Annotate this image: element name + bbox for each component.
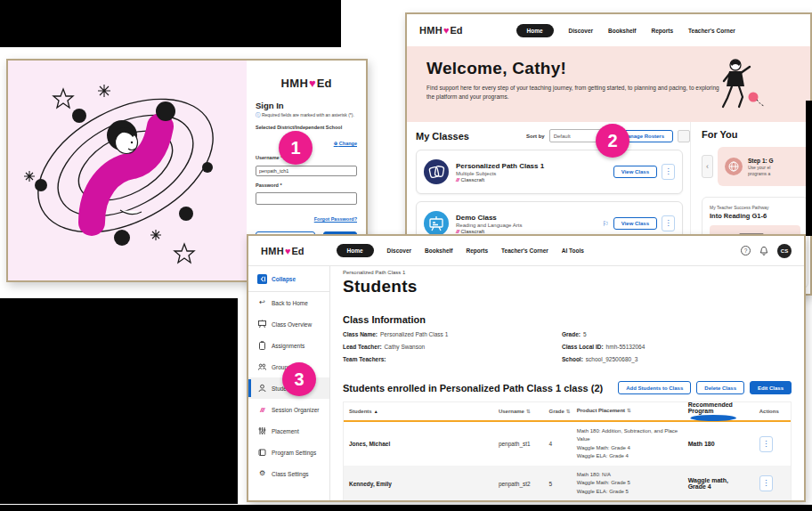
class-card-personalized-path[interactable]: Personalized Path Class 1 Multiple Subje… xyxy=(416,150,683,194)
student-name: Jones, Michael xyxy=(349,441,499,447)
for-you-card-text: Use your el xyxy=(748,165,774,170)
sidebar-item-placement[interactable]: Placement xyxy=(248,420,329,442)
col-recommended-program: Recommended Programi xyxy=(688,402,759,421)
row-actions-button[interactable]: ⋮ xyxy=(759,475,773,491)
nav-home[interactable]: Home xyxy=(516,24,554,37)
for-you-card[interactable]: Step 1: G Use your el programs a xyxy=(718,147,812,186)
class-name: Personalized Path Class 1 xyxy=(456,162,613,170)
class-information-grid: Class Name:Personalized Path Class 1 Gra… xyxy=(343,331,792,369)
nav-discover[interactable]: Discover xyxy=(569,28,593,34)
students-main: Personalized Path Class 1 Students Class… xyxy=(330,266,804,500)
bell-icon[interactable] xyxy=(759,246,769,256)
gear-icon: ⚙ xyxy=(257,470,267,477)
nav-teachers-corner[interactable]: Teacher's Corner xyxy=(501,247,548,254)
nav-reports[interactable]: Reports xyxy=(467,247,489,254)
school-field: School:school_92500680_3 xyxy=(562,356,792,369)
hmh-heart-icon: ♥ xyxy=(443,25,450,36)
forgot-password-link[interactable]: Forgot Password? xyxy=(314,216,357,222)
placement-sliders-icon xyxy=(257,426,267,435)
class-name-field: Class Name:Personalized Path Class 1 xyxy=(343,331,562,344)
nav-bookshelf[interactable]: Bookshelf xyxy=(425,247,452,254)
collapse-icon xyxy=(257,274,267,284)
col-students[interactable]: Students▲ xyxy=(349,409,499,414)
hmh-heart-icon: ♥ xyxy=(285,245,291,256)
welcome-subtitle: Find support here for every step of your… xyxy=(426,84,720,102)
nav-discover[interactable]: Discover xyxy=(387,247,411,254)
class-tag: Classcraft xyxy=(461,229,485,234)
class-name: Demo Class xyxy=(456,214,603,222)
info-icon[interactable]: i xyxy=(690,415,736,421)
page-title: Students xyxy=(343,277,792,296)
carousel-prev-button[interactable]: ‹ xyxy=(702,155,713,178)
for-you-title: For You xyxy=(702,129,812,140)
nav-teachers-corner[interactable]: Teacher's Corner xyxy=(688,28,735,34)
hmh-ed-logo: HMH♥Ed xyxy=(261,246,304,256)
flag-icon[interactable]: ⚐ xyxy=(603,220,609,228)
hmh-ed-logo: HMH♥Ed xyxy=(256,77,357,90)
hmh-heart-icon: ♥ xyxy=(309,77,316,90)
delete-class-button[interactable]: Delete Class xyxy=(696,381,744,394)
nav-home[interactable]: Home xyxy=(337,244,374,257)
table-header: Students▲ Username⇅ Grade⇅ Product Place… xyxy=(344,402,791,422)
sidebar-item-assignments[interactable]: Assignments xyxy=(248,335,329,356)
change-link-label: Change xyxy=(339,141,357,146)
sort-icon: ⇅ xyxy=(526,409,531,414)
row-actions-button[interactable]: ⋮ xyxy=(759,436,773,452)
sort-icon: ⇅ xyxy=(627,408,631,413)
recommended-program: Math 180 xyxy=(688,441,759,447)
grade-field: Grade:5 xyxy=(562,331,792,344)
groups-icon xyxy=(257,362,267,371)
sidebar-item-program-settings[interactable]: Program Settings xyxy=(248,442,329,463)
district-label: Selected District/Independent School xyxy=(256,125,357,130)
student-grade: 5 xyxy=(549,481,577,487)
view-class-button[interactable]: View Class xyxy=(613,217,657,230)
recommended-program: Waggle math, Grade 4 xyxy=(688,477,759,490)
kebab-menu-button[interactable]: ⋮ xyxy=(662,215,675,231)
sidebar-item-class-overview[interactable]: Class Overview xyxy=(248,313,329,335)
students-window: HMH♥Ed Home Discover Bookshelf Reports T… xyxy=(247,234,806,502)
sidebar-item-session-organizer[interactable]: /// Session Organizer xyxy=(248,399,329,420)
breadcrumb[interactable]: Personalized Path Class 1 xyxy=(343,270,792,275)
col-grade[interactable]: Grade⇅ xyxy=(549,409,577,414)
sidebar-item-class-settings[interactable]: ⚙ Class Settings xyxy=(248,463,329,484)
kebab-menu-button[interactable]: ⋮ xyxy=(662,164,675,180)
nav-bookshelf[interactable]: Bookshelf xyxy=(608,28,636,34)
students-nav: Home Discover Bookshelf Reports Teacher'… xyxy=(337,244,584,257)
student-username: penpath_st1 xyxy=(499,441,549,447)
nav-reports[interactable]: Reports xyxy=(652,28,674,34)
class-local-id-field: Class Local ID:hmh-55132064 xyxy=(562,344,792,356)
change-district-link[interactable]: ⊕ Change xyxy=(334,141,357,146)
sidebar-item-back-to-home[interactable]: ↩ Back to Home xyxy=(248,292,329,313)
help-icon[interactable]: ? xyxy=(741,246,751,256)
change-plus-icon: ⊕ xyxy=(334,141,338,146)
students-table: Students▲ Username⇅ Grade⇅ Product Place… xyxy=(343,402,792,500)
sort-asc-icon: ▲ xyxy=(374,409,378,414)
class-subject: Reading and Language Arts xyxy=(456,223,603,228)
add-students-button[interactable]: Add Students to Class xyxy=(618,381,691,394)
view-class-button[interactable]: View Class xyxy=(613,166,657,178)
classcraft-slashes-icon: /// xyxy=(456,229,459,234)
step-badge-2: 2 xyxy=(596,124,629,158)
sort-icon: ⇅ xyxy=(566,409,571,414)
col-username[interactable]: Username⇅ xyxy=(499,409,549,414)
nav-ai-tools[interactable]: AI Tools xyxy=(562,247,584,254)
for-you-card-title: Step 1: G xyxy=(748,158,774,164)
back-arrow-icon: ↩ xyxy=(257,299,267,306)
step-badge-1: 1 xyxy=(279,131,313,165)
col-product-placement[interactable]: Product Placement⇅ xyxy=(577,407,688,415)
team-teachers-field: Team Teachers: xyxy=(343,356,562,369)
session-organizer-slashes-icon: /// xyxy=(257,407,267,413)
grid-view-button[interactable] xyxy=(678,130,690,142)
student-grade: 4 xyxy=(549,441,577,447)
classcraft-slashes-icon: /// xyxy=(456,177,459,182)
my-classes-title: My Classes xyxy=(416,131,469,142)
user-avatar[interactable]: CS xyxy=(777,244,792,258)
sidebar-collapse-button[interactable]: Collapse xyxy=(248,271,329,292)
username-input[interactable] xyxy=(256,166,357,176)
welcome-banner: Welcome, Cathy! Find support here for ev… xyxy=(407,46,810,122)
walking-person-illustration xyxy=(709,55,764,112)
password-input[interactable] xyxy=(256,192,357,205)
whiteboard-icon xyxy=(257,320,267,328)
edit-class-button[interactable]: Edit Class xyxy=(750,381,792,394)
student-name: Kennedy, Emily xyxy=(349,481,499,487)
